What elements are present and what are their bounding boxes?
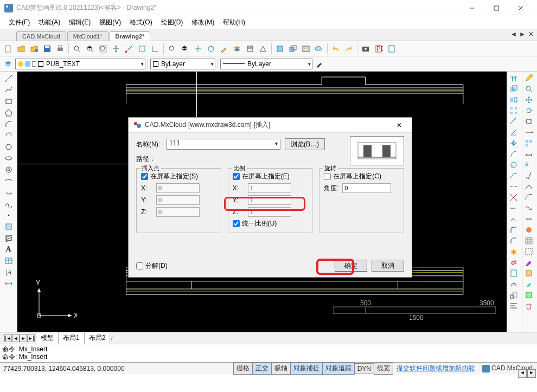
mtext-icon[interactable]: |A (3, 267, 15, 277)
zoom-prev-icon[interactable] (166, 43, 178, 55)
zoom-window-icon[interactable] (71, 43, 83, 55)
align-icon[interactable] (509, 301, 520, 311)
rect-icon[interactable] (3, 97, 15, 106)
explode-icon[interactable] (509, 247, 520, 257)
cmd-scroll-right-icon[interactable]: ► (527, 369, 536, 378)
status-grid[interactable]: 栅格 (233, 362, 253, 375)
hatch-tool-icon[interactable] (3, 233, 15, 243)
cloud-icon[interactable] (313, 43, 325, 55)
menu-file[interactable]: 文件(F) (5, 17, 33, 28)
table-icon[interactable] (3, 256, 15, 266)
explode-option[interactable]: 分解(D) (136, 261, 168, 271)
arc3p-icon[interactable] (3, 131, 15, 140)
zoom-all-icon[interactable] (97, 43, 109, 55)
circle-icon[interactable] (3, 142, 15, 152)
coord-icon[interactable] (149, 43, 161, 55)
tab-mxcloud1[interactable]: MxCloud1* (67, 31, 108, 41)
brush-icon[interactable] (218, 43, 230, 55)
specify-onscreen-insert[interactable]: 在屏幕上指定(S) (141, 172, 216, 181)
feedback-link[interactable]: 提交软件问题或增加新功能 (393, 364, 478, 373)
batch-icon[interactable] (525, 139, 535, 149)
linetype-dropdown[interactable]: ByLayer ▾ (220, 59, 312, 69)
trim-icon[interactable] (509, 193, 520, 203)
zoom-extents-icon[interactable]: + (84, 43, 96, 55)
block-icon[interactable] (274, 43, 286, 55)
arc-icon[interactable] (3, 119, 15, 129)
polyline-icon[interactable] (3, 85, 15, 95)
redo-icon[interactable] (343, 43, 355, 55)
insert-onscreen-checkbox[interactable] (141, 173, 148, 180)
point-icon[interactable] (3, 210, 15, 220)
tab-layout2[interactable]: 布局2 (84, 332, 111, 344)
tab-scroll-left-icon[interactable]: ◄ (510, 30, 517, 38)
boundary-icon[interactable] (257, 43, 269, 55)
curve-icon[interactable] (525, 182, 535, 192)
line-icon[interactable] (3, 74, 15, 83)
paint-icon[interactable] (525, 258, 535, 268)
brush2-icon[interactable] (525, 280, 535, 290)
maximize-button[interactable] (484, 1, 508, 16)
scale-icon[interactable] (509, 291, 520, 300)
status-otrack[interactable]: 对象追踪 (322, 362, 355, 375)
screenshot-icon[interactable] (360, 43, 372, 55)
rotate-icon[interactable] (525, 106, 535, 116)
tab-layout1[interactable]: 布局1 (58, 332, 85, 344)
properties-icon[interactable] (509, 269, 520, 279)
dim-radius-icon[interactable] (509, 150, 520, 159)
copy-icon[interactable] (509, 85, 520, 94)
status-ortho[interactable]: 正交 (252, 362, 272, 375)
matchprop-icon[interactable] (314, 58, 325, 70)
curve2-icon[interactable] (525, 204, 535, 214)
fillet-icon[interactable] (509, 226, 520, 235)
dim-style-icon[interactable] (525, 150, 535, 159)
menu-features[interactable]: 功能(A) (35, 17, 63, 28)
export-icon[interactable] (386, 43, 398, 55)
lengthen-icon[interactable] (525, 128, 535, 138)
join-icon[interactable] (509, 215, 520, 224)
wblock-icon[interactable] (525, 291, 535, 300)
block-edit-icon[interactable] (525, 269, 535, 279)
color-dropdown[interactable]: ByLayer ▾ (150, 59, 215, 69)
angle-input[interactable] (342, 183, 391, 193)
donut-icon[interactable] (3, 165, 15, 175)
regen-icon[interactable] (205, 43, 217, 55)
status-polar[interactable]: 极轴 (271, 362, 291, 375)
layout-next-icon[interactable]: ► (20, 335, 27, 342)
specify-onscreen-rotate[interactable]: 在屏幕上指定(C) (324, 172, 399, 181)
browse-button[interactable]: 浏览(B…) (285, 138, 325, 150)
menu-view[interactable]: 视图(V) (96, 17, 124, 28)
close-button[interactable] (508, 1, 533, 16)
color-icon[interactable] (525, 226, 535, 235)
tab-mxcloud[interactable]: CAD.MxCloud (16, 31, 66, 41)
tab-drawing2[interactable]: Drawing2* (110, 31, 151, 41)
measure-icon[interactable] (123, 43, 135, 55)
layers-icon[interactable] (231, 43, 243, 55)
array-icon[interactable] (509, 106, 520, 116)
purge-icon[interactable] (525, 301, 535, 311)
dialog-close-button[interactable]: ✕ (391, 121, 407, 129)
eraser-icon[interactable] (509, 258, 520, 268)
uniform-scale-checkbox[interactable] (233, 220, 240, 227)
leader-icon[interactable] (509, 171, 520, 181)
menu-modify[interactable]: 修改(M) (188, 17, 218, 28)
layout-first-icon[interactable]: |◄ (4, 335, 12, 342)
spline-icon[interactable] (3, 199, 15, 209)
status-dyn[interactable]: DYN (354, 363, 374, 374)
scale-onscreen-checkbox[interactable] (233, 173, 240, 180)
insert-block-icon[interactable] (3, 222, 15, 232)
block-name-select[interactable]: 111 ▾ (167, 139, 280, 150)
command-line[interactable]: 命令: Mx_Insert 命令: Mx_Insert (0, 344, 537, 362)
edit-icon[interactable] (525, 74, 535, 83)
ok-button[interactable]: 确定 (335, 260, 367, 272)
ellipse-icon[interactable] (3, 153, 15, 163)
text-tool-icon[interactable]: A (3, 245, 15, 254)
search-icon[interactable] (525, 85, 535, 94)
tab-scroll-right-icon[interactable]: ► (519, 30, 526, 38)
cancel-button[interactable]: 取消 (372, 260, 404, 272)
insert-icon[interactable] (287, 43, 299, 55)
undo-icon[interactable] (330, 43, 342, 55)
open-file-icon[interactable] (15, 43, 27, 55)
specify-onscreen-scale[interactable]: 在屏幕上指定(E) (233, 172, 308, 181)
save-icon[interactable] (41, 43, 53, 55)
open-dwg-icon[interactable] (28, 43, 40, 55)
